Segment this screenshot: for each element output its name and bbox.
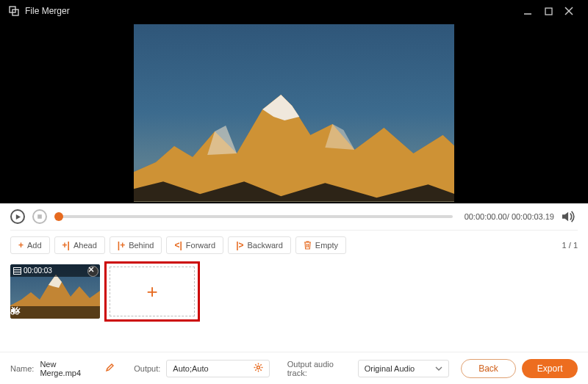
output-label: Output: bbox=[134, 364, 160, 373]
forward-label: Forward bbox=[186, 241, 215, 250]
clip-header: 00:00:03 bbox=[10, 264, 100, 277]
svg-line-34 bbox=[256, 369, 257, 370]
move-forward-icon: <| bbox=[174, 240, 182, 250]
svg-point-26 bbox=[257, 366, 260, 369]
edit-name-button[interactable] bbox=[105, 363, 114, 374]
app-logo-icon bbox=[9, 6, 19, 16]
svg-line-33 bbox=[261, 364, 262, 365]
film-icon bbox=[13, 267, 21, 275]
empty-label: Empty bbox=[315, 241, 338, 250]
trash-icon bbox=[304, 241, 312, 250]
ahead-button[interactable]: +| Ahead bbox=[54, 236, 105, 254]
time-display: 00:00:00.00/ 00:00:03.19 bbox=[465, 212, 554, 221]
stop-button[interactable] bbox=[32, 209, 47, 224]
plus-large-icon: + bbox=[146, 280, 157, 303]
back-button[interactable]: Back bbox=[461, 359, 517, 378]
clip-strip: 00:00:03 + bbox=[0, 260, 588, 323]
audio-track-label: Output audio track: bbox=[287, 360, 352, 377]
output-format-select[interactable]: Auto;Auto bbox=[166, 360, 270, 377]
video-preview-area bbox=[0, 22, 588, 203]
export-button[interactable]: Export bbox=[522, 359, 578, 378]
current-time: 00:00:00.00 bbox=[465, 212, 507, 221]
output-value: Auto;Auto bbox=[173, 364, 208, 373]
svg-line-31 bbox=[256, 364, 257, 365]
name-label: Name: bbox=[10, 364, 34, 373]
total-time: 00:00:03.19 bbox=[512, 212, 554, 221]
remove-clip-button[interactable] bbox=[87, 266, 98, 277]
titlebar: File Merger bbox=[0, 0, 588, 22]
backward-button[interactable]: |> Backward bbox=[228, 236, 291, 254]
play-button[interactable] bbox=[10, 209, 25, 224]
empty-button[interactable]: Empty bbox=[295, 236, 346, 254]
output-name: New Merge.mp4 bbox=[40, 360, 96, 377]
minimize-button[interactable] bbox=[517, 0, 538, 22]
behind-label: Behind bbox=[129, 241, 154, 250]
insert-behind-icon: |+ bbox=[118, 240, 125, 250]
plus-icon: + bbox=[18, 240, 24, 250]
forward-button[interactable]: <| Forward bbox=[166, 236, 223, 254]
add-button[interactable]: + Add bbox=[10, 236, 50, 254]
add-clip-inner: + bbox=[110, 267, 195, 316]
svg-line-32 bbox=[261, 369, 262, 370]
svg-marker-12 bbox=[15, 214, 20, 219]
clip-thumbnail[interactable]: 00:00:03 bbox=[10, 264, 100, 319]
move-backward-icon: |> bbox=[236, 240, 243, 250]
playback-bar: 00:00:00.00/ 00:00:03.19 bbox=[0, 203, 588, 230]
svg-rect-3 bbox=[545, 8, 552, 15]
behind-button[interactable]: |+ Behind bbox=[110, 236, 162, 254]
clip-footer bbox=[10, 306, 100, 319]
chevron-down-icon bbox=[435, 364, 442, 372]
seek-slider[interactable] bbox=[59, 215, 453, 218]
insert-ahead-icon: +| bbox=[62, 240, 70, 250]
maximize-button[interactable] bbox=[538, 0, 559, 22]
audio-value: Original Audio bbox=[365, 364, 415, 373]
gear-icon[interactable] bbox=[254, 363, 263, 374]
svg-rect-13 bbox=[37, 214, 42, 219]
backward-label: Backward bbox=[248, 241, 283, 250]
bottom-bar: Name: New Merge.mp4 Output: Auto;Auto Ou… bbox=[0, 352, 588, 384]
video-preview[interactable] bbox=[134, 24, 454, 202]
clip-toolbar: + Add +| Ahead |+ Behind <| Forward |> B… bbox=[0, 231, 588, 260]
close-button[interactable] bbox=[559, 0, 579, 22]
page-indicator: 1 / 1 bbox=[562, 241, 578, 250]
window-title: File Merger bbox=[25, 6, 70, 16]
seek-thumb[interactable] bbox=[54, 212, 63, 221]
audio-track-select[interactable]: Original Audio bbox=[358, 360, 449, 377]
add-clip-dropzone[interactable]: + bbox=[104, 261, 200, 322]
clip-duration: 00:00:03 bbox=[24, 267, 52, 275]
ahead-label: Ahead bbox=[74, 241, 97, 250]
add-label: Add bbox=[27, 241, 42, 250]
volume-icon[interactable] bbox=[562, 209, 578, 225]
svg-marker-14 bbox=[562, 212, 568, 222]
